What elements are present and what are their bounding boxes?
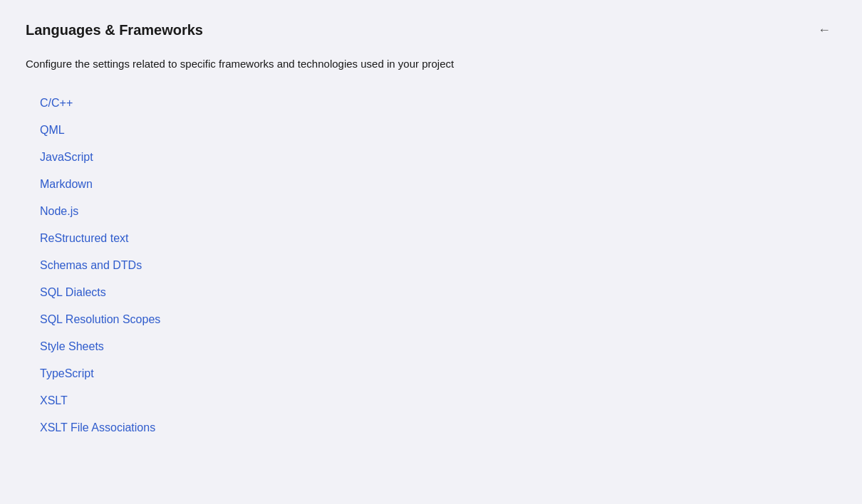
framework-list: C/C++QMLJavaScriptMarkdownNode.jsReStruc… — [26, 90, 836, 441]
list-item-style-sheets[interactable]: Style Sheets — [40, 333, 836, 360]
list-item-typescript[interactable]: TypeScript — [40, 360, 836, 387]
page-description: Configure the settings related to specif… — [26, 58, 836, 70]
back-button[interactable]: ← — [812, 20, 836, 41]
back-arrow-icon: ← — [818, 23, 831, 38]
list-item-xslt[interactable]: XSLT — [40, 387, 836, 414]
list-item-restructured-text[interactable]: ReStructured text — [40, 225, 836, 252]
list-item-nodejs[interactable]: Node.js — [40, 198, 836, 225]
list-item-javascript[interactable]: JavaScript — [40, 144, 836, 171]
list-item-qml[interactable]: QML — [40, 117, 836, 144]
list-item-schemas-dtds[interactable]: Schemas and DTDs — [40, 252, 836, 279]
header: Languages & Frameworks ← — [26, 20, 836, 41]
list-item-xslt-file-associations[interactable]: XSLT File Associations — [40, 414, 836, 441]
list-item-cpp[interactable]: C/C++ — [40, 90, 836, 117]
page-container: Languages & Frameworks ← Configure the s… — [0, 0, 862, 504]
list-item-sql-dialects[interactable]: SQL Dialects — [40, 279, 836, 306]
page-title: Languages & Frameworks — [26, 22, 203, 38]
list-item-sql-resolution-scopes[interactable]: SQL Resolution Scopes — [40, 306, 836, 333]
list-item-markdown[interactable]: Markdown — [40, 171, 836, 198]
